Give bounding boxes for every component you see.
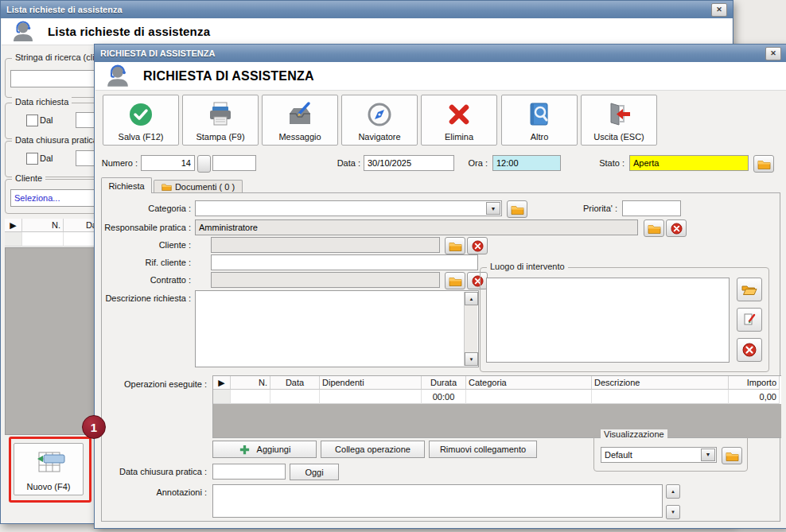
tab-richiesta-label: Richiesta xyxy=(108,181,144,191)
cliente-input[interactable] xyxy=(211,237,440,253)
categoria-select[interactable]: ▼ xyxy=(195,200,502,216)
list-window-title: Lista richieste di assistenza xyxy=(6,5,123,14)
col-durata[interactable]: Durata xyxy=(422,376,466,390)
grid-empty-area xyxy=(213,404,781,437)
cell-descrizione xyxy=(592,390,729,404)
cell-categoria xyxy=(466,390,592,404)
salva-button[interactable]: Salva (F12) xyxy=(103,95,179,146)
navigatore-button[interactable]: Navigatore xyxy=(341,95,418,146)
numero-aux-input[interactable] xyxy=(212,155,256,171)
visualizzazione-value: Default xyxy=(605,450,632,460)
stampa-button[interactable]: Stampa (F9) xyxy=(182,95,259,146)
descrizione-scrollbar[interactable]: ▲ ▼ xyxy=(464,292,477,366)
luogo-textarea[interactable] xyxy=(486,278,730,363)
numero-spin-button[interactable] xyxy=(197,155,211,173)
dal-checkbox[interactable] xyxy=(26,115,38,126)
row-selector-cell xyxy=(213,390,231,404)
uscita-button[interactable]: Uscita (ESC) xyxy=(581,95,657,146)
tab-documenti[interactable]: Documenti ( 0 ) xyxy=(154,180,243,193)
stato-folder-button[interactable] xyxy=(753,155,774,173)
request-window-header: RICHIESTA DI ASSISTENZA xyxy=(95,62,786,91)
luogo-edit-button[interactable] xyxy=(737,308,762,332)
cell-n xyxy=(231,390,270,404)
col-descrizione[interactable]: Descrizione xyxy=(592,376,729,390)
visualizzazione-folder-button[interactable] xyxy=(722,447,742,464)
data-chiusura-label: Data chiusura pratica : xyxy=(102,464,207,480)
dal-chiusura-checkbox[interactable] xyxy=(26,153,38,165)
cliente-folder-button[interactable] xyxy=(445,237,465,254)
annotazioni-textarea[interactable] xyxy=(212,484,663,518)
altro-button[interactable]: Altro xyxy=(501,95,578,146)
messaggio-button[interactable]: Messaggio xyxy=(262,95,338,146)
request-window-titlebar[interactable]: RICHIESTA DI ASSISTENZA ✕ xyxy=(95,45,786,62)
dal-chiusura-label: Dal xyxy=(40,150,64,166)
col-n[interactable]: N. xyxy=(231,376,270,390)
contratto-input[interactable] xyxy=(211,272,440,288)
descrizione-textarea[interactable]: ▲ ▼ xyxy=(195,290,479,367)
search-book-icon xyxy=(525,100,554,129)
responsabile-label: Responsabile pratica : xyxy=(99,219,191,235)
responsabile-input[interactable] xyxy=(195,219,638,235)
stato-input[interactable] xyxy=(629,155,749,171)
grid-col-numero[interactable]: N. xyxy=(22,219,64,232)
folder-icon xyxy=(511,204,524,215)
rif-cliente-input[interactable] xyxy=(211,254,478,270)
data-label: Data : xyxy=(330,155,360,171)
elimina-button[interactable]: Elimina xyxy=(421,95,497,146)
navigatore-label: Navigatore xyxy=(358,132,400,142)
list-window-header: Lista richieste di assistenza xyxy=(2,18,732,45)
grid-cell xyxy=(22,232,64,247)
visualizzazione-select[interactable]: Default ▼ xyxy=(601,447,717,463)
col-importo[interactable]: Importo xyxy=(729,376,780,390)
categoria-folder-button[interactable] xyxy=(507,200,527,218)
list-window-titlebar[interactable]: Lista richieste di assistenza ✕ xyxy=(1,1,733,18)
rimuovi-collegamento-button[interactable]: Rimuovi collegamento xyxy=(429,441,537,458)
request-page-title: RICHIESTA DI ASSISTENZA xyxy=(143,69,314,83)
luogo-clear-button[interactable] xyxy=(737,338,762,362)
oggi-button[interactable]: Oggi xyxy=(290,464,339,480)
folder-icon xyxy=(449,276,462,286)
collega-operazione-button[interactable]: Collega operazione xyxy=(321,441,425,458)
printer-icon xyxy=(206,100,235,129)
col-dipendenti[interactable]: Dipendenti xyxy=(320,376,422,390)
close-icon[interactable]: ✕ xyxy=(711,3,727,17)
scroll-up-icon[interactable]: ▲ xyxy=(465,292,478,305)
cliente-group-label: Cliente xyxy=(12,173,45,183)
data-input[interactable] xyxy=(364,155,454,171)
annotazioni-scroll-down[interactable]: ▼ xyxy=(666,505,680,519)
stampa-label: Stampa (F9) xyxy=(196,132,244,142)
descrizione-label: Descrizione richiesta : xyxy=(102,290,191,306)
col-categoria[interactable]: Categoria xyxy=(466,376,592,390)
clear-x-icon xyxy=(472,240,484,252)
luogo-open-button[interactable] xyxy=(737,278,762,301)
luogo-intervento-group: Luogo di intervento xyxy=(480,267,769,372)
col-data[interactable]: Data xyxy=(270,376,320,390)
priorita-input[interactable] xyxy=(622,200,681,216)
aggiungi-button[interactable]: Aggiungi xyxy=(212,441,317,458)
contratto-folder-button[interactable] xyxy=(445,272,465,289)
folder-icon xyxy=(648,223,661,234)
close-icon[interactable]: ✕ xyxy=(765,47,781,60)
operazioni-grid-new-row[interactable]: 00:000,00 xyxy=(213,390,781,404)
request-window-title: RICHIESTA DI ASSISTENZA xyxy=(100,49,215,58)
ora-input[interactable] xyxy=(492,155,561,171)
messaggio-label: Messaggio xyxy=(278,132,321,142)
data-chiusura-input[interactable] xyxy=(212,464,286,480)
responsabile-folder-button[interactable] xyxy=(644,219,664,237)
cell-durata: 00:00 xyxy=(422,390,466,404)
numero-input[interactable] xyxy=(141,155,195,171)
chevron-down-icon[interactable]: ▼ xyxy=(701,449,715,461)
uscita-label: Uscita (ESC) xyxy=(593,132,644,142)
chevron-down-icon[interactable]: ▼ xyxy=(486,202,500,215)
clear-x-icon xyxy=(671,223,683,235)
cliente-label: Cliente : xyxy=(102,237,191,253)
cliente-clear-button[interactable] xyxy=(467,237,488,254)
responsabile-clear-button[interactable] xyxy=(666,219,687,237)
tab-richiesta[interactable]: Richiesta xyxy=(101,177,152,193)
list-page-title: Lista richieste di assistenza xyxy=(48,25,210,38)
save-check-icon xyxy=(126,100,155,129)
assistance-avatar-icon xyxy=(11,19,35,45)
operazioni-label: Operazioni eseguite : xyxy=(102,376,207,392)
scroll-down-icon[interactable]: ▼ xyxy=(465,352,478,366)
annotazioni-scroll-up[interactable]: ▲ xyxy=(666,484,680,499)
